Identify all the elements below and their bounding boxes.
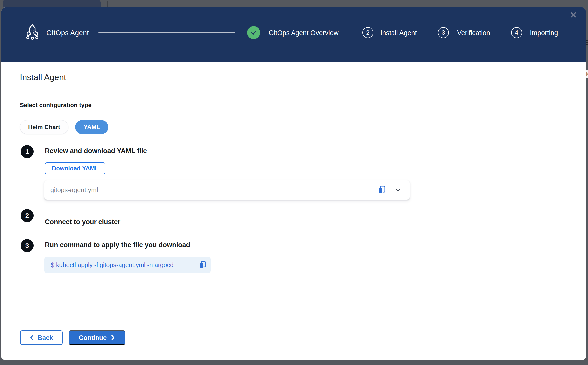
check-icon [249, 28, 258, 37]
back-label: Back [38, 334, 53, 342]
screen: k GitOps Agent [0, 0, 588, 365]
close-button[interactable] [568, 10, 578, 20]
wizard-step-verification-label[interactable]: Verification [457, 29, 490, 37]
tab-separator [101, 1, 101, 7]
wizard-step-importing-label[interactable]: Importing [530, 29, 558, 37]
wizard-step-importing-number[interactable]: 4 [511, 27, 522, 38]
background-page-edge: k [586, 7, 588, 360]
yaml-file-panel: gitops-agent.yml [44, 180, 410, 200]
hamburger-icon [586, 40, 588, 46]
expand-yaml-button[interactable] [393, 184, 404, 195]
tab-separator [189, 1, 189, 7]
step-connector [27, 159, 27, 209]
config-option-helm-chart[interactable]: Helm Chart [20, 120, 68, 134]
copy-command-button[interactable] [197, 259, 208, 270]
wizard-step-install-label[interactable]: Install Agent [380, 29, 417, 37]
background-text-fragment: k [586, 70, 588, 78]
step-3-badge: 3 [21, 239, 34, 252]
chevron-left-icon [30, 334, 34, 341]
step-1-title: Review and download YAML file [45, 147, 147, 155]
wizard-body: Install Agent Select configuration type … [1, 62, 586, 360]
download-yaml-button[interactable]: Download YAML [45, 162, 105, 174]
wizard-step-overview-check[interactable] [247, 26, 260, 39]
config-type-label: Select configuration type [20, 102, 92, 109]
product-title: GitOps Agent [46, 29, 89, 37]
wizard-header: GitOps Agent GitOps Agent Overview 2 Ins… [1, 7, 586, 62]
step-number: 3 [25, 242, 29, 250]
tab-separator [265, 1, 265, 7]
step-2-badge: 2 [21, 209, 34, 222]
wizard-step-verification-number[interactable]: 3 [438, 27, 449, 38]
tab-separator [182, 1, 182, 7]
chevron-down-icon [394, 186, 402, 194]
continue-label: Continue [79, 334, 107, 342]
step-2-title: Connect to your cluster [45, 218, 120, 226]
chevron-right-icon [111, 334, 115, 341]
copy-yaml-button[interactable] [376, 184, 387, 195]
back-button[interactable]: Back [20, 330, 63, 345]
close-icon [570, 11, 577, 19]
config-option-label: YAML [84, 124, 100, 131]
squid-logo-icon [24, 23, 41, 41]
wizard-step-overview-label[interactable]: GitOps Agent Overview [269, 29, 339, 37]
background-tab-strip [0, 0, 588, 7]
download-yaml-label: Download YAML [52, 165, 98, 172]
wizard-step-install-number[interactable]: 2 [362, 27, 373, 38]
background-active-tab [3, 0, 101, 7]
config-option-label: Helm Chart [28, 124, 60, 131]
apply-command-text: $ kubectl apply -f gitops-agent.yml -n a… [51, 261, 197, 269]
config-option-yaml[interactable]: YAML [75, 120, 108, 134]
step-number: 1 [25, 148, 29, 156]
apply-command-panel: $ kubectl apply -f gitops-agent.yml -n a… [44, 257, 211, 273]
copy-icon [198, 260, 207, 269]
step-connector [27, 223, 27, 239]
copy-icon [377, 185, 387, 195]
page-title: Install Agent [20, 72, 66, 82]
yaml-filename: gitops-agent.yml [50, 186, 376, 194]
gitops-agent-wizard-modal: GitOps Agent GitOps Agent Overview 2 Ins… [1, 7, 586, 360]
header-divider [98, 32, 235, 33]
step-1-badge: 1 [21, 145, 34, 158]
continue-button[interactable]: Continue [69, 330, 125, 345]
step-number: 2 [25, 212, 29, 220]
tab-separator [107, 1, 108, 7]
step-3-title: Run command to apply the file you downlo… [45, 241, 190, 249]
